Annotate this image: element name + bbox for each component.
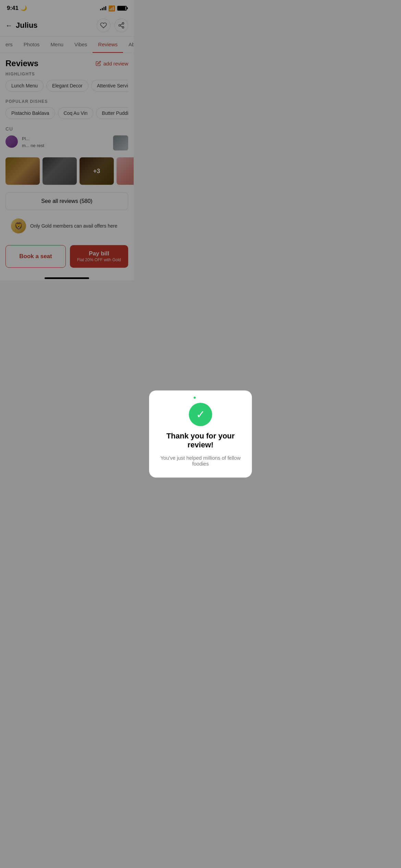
modal-backdrop[interactable]: ✓ Thank you for your review! You've just…: [0, 0, 134, 289]
